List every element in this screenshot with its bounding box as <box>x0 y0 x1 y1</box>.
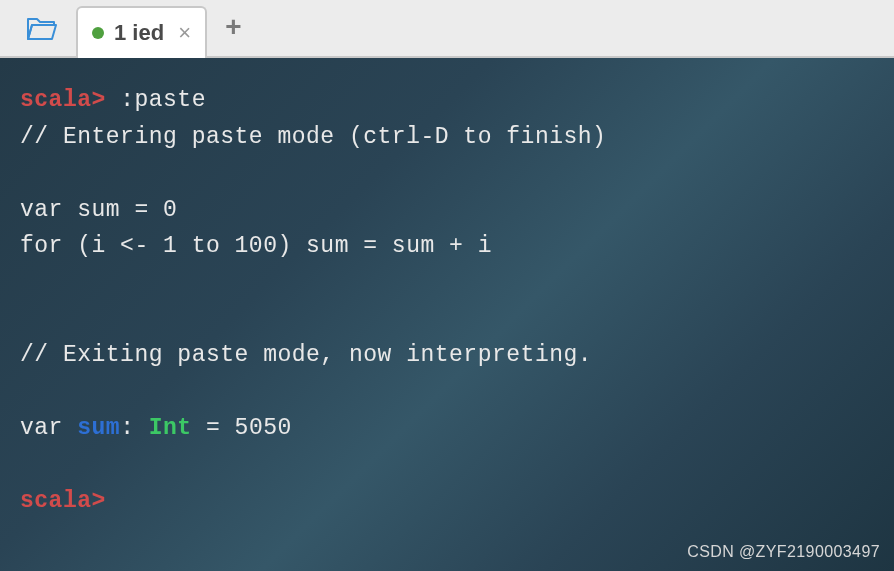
blank-line <box>20 265 874 301</box>
terminal-line: // Entering paste mode (ctrl-D to finish… <box>20 119 874 156</box>
terminal-line: for (i <- 1 to 100) sum = sum + i <box>20 228 874 265</box>
blank-line <box>20 374 874 410</box>
watermark-text: CSDN @ZYF2190003497 <box>687 543 880 561</box>
folder-open-icon <box>26 15 58 41</box>
tab-label: 1 ied <box>114 20 164 46</box>
close-tab-icon[interactable]: × <box>178 20 191 46</box>
modified-indicator-icon <box>92 27 104 39</box>
result-keyword: var <box>20 415 77 441</box>
terminal-line: scala> <box>20 483 874 520</box>
blank-line <box>20 447 874 483</box>
result-value: = 5050 <box>192 415 292 441</box>
terminal-line: var sum: Int = 5050 <box>20 410 874 447</box>
result-colon: : <box>120 415 149 441</box>
open-folder-button[interactable] <box>8 0 76 56</box>
result-type: Int <box>149 415 192 441</box>
plus-icon: + <box>225 13 242 44</box>
tab-bar: 1 ied × + <box>0 0 894 58</box>
blank-line <box>20 156 874 192</box>
scala-prompt: scala> <box>20 87 120 113</box>
terminal-line: scala> :paste <box>20 82 874 119</box>
result-varname: sum <box>77 415 120 441</box>
blank-line <box>20 301 874 337</box>
terminal-panel[interactable]: scala> :paste // Entering paste mode (ct… <box>0 58 894 571</box>
terminal-line: // Exiting paste mode, now interpreting. <box>20 337 874 374</box>
command-text: :paste <box>120 87 206 113</box>
terminal-line: var sum = 0 <box>20 192 874 229</box>
file-tab[interactable]: 1 ied × <box>76 6 207 58</box>
new-tab-button[interactable]: + <box>207 0 260 56</box>
scala-prompt: scala> <box>20 488 106 514</box>
